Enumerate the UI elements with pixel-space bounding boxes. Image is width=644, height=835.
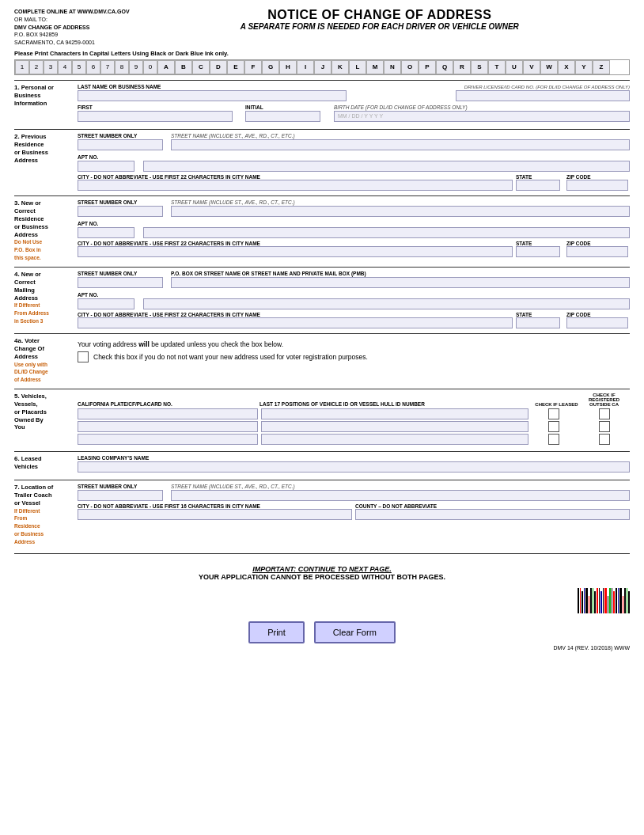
- s3-streetnum-label: STREET NUMBER ONLY: [78, 199, 165, 205]
- s3-state-input[interactable]: [516, 246, 560, 257]
- section-1: 1. Personal orBusinessInformation LAST N…: [14, 80, 630, 127]
- alphabet-row: 1 2 3 4 5 6 7 8 9 0 A B C D E F G H I J …: [14, 59, 630, 75]
- alpha-D: D: [210, 60, 227, 74]
- s6-company-input[interactable]: [78, 461, 630, 473]
- alpha-H: H: [279, 60, 297, 74]
- s5-plate-2[interactable]: [78, 421, 258, 432]
- s2-zip-input[interactable]: [566, 180, 628, 191]
- s5-vin-2[interactable]: [261, 421, 528, 432]
- s1-birth-placeholder: MM / DD / Y Y Y Y: [338, 113, 383, 119]
- s1-lastname-input[interactable]: [78, 90, 347, 101]
- print-notice: Please Print Characters In Capital Lette…: [14, 50, 630, 57]
- s7-orange: If DifferentFromResidenceor BusinessAddr…: [14, 508, 44, 545]
- s4-apt-extra-input[interactable]: [143, 298, 630, 309]
- s4a-orange: Use only withDL/ID Changeof Address: [14, 362, 48, 383]
- clear-form-button[interactable]: Clear Form: [314, 621, 396, 643]
- s4a-num: 4a.: [14, 337, 23, 344]
- s4-apt-input[interactable]: [78, 298, 134, 309]
- s5-num: 5.: [14, 393, 20, 400]
- s3-num: 3.: [14, 199, 20, 207]
- s4-orange: If DifferentFrom Addressin Section 3: [14, 302, 49, 324]
- num-1: 1: [15, 60, 29, 74]
- alpha-N: N: [384, 60, 401, 74]
- num-3: 3: [44, 60, 58, 74]
- s5-leased-label: CHECK IF LEASED: [535, 402, 578, 407]
- s4-streetnum-input[interactable]: [78, 277, 163, 288]
- s3-streetnum-input[interactable]: [78, 206, 163, 217]
- s5-leased-1[interactable]: [548, 408, 559, 419]
- s4a-check-text: Check this box if you do not not want yo…: [93, 353, 368, 361]
- s4-city-input[interactable]: [78, 317, 513, 328]
- s2-city-input[interactable]: [78, 180, 513, 191]
- num-7: 7: [100, 60, 115, 74]
- s2-streetnum-input[interactable]: [78, 139, 163, 150]
- s3-state-label: STATE: [516, 241, 563, 246]
- s4-streetname-input[interactable]: [171, 277, 630, 288]
- num-6: 6: [86, 60, 100, 74]
- s2-streetnum-label: STREET NUMBER ONLY: [78, 133, 165, 139]
- alpha-T: T: [488, 60, 506, 74]
- s3-zip-input[interactable]: [566, 246, 628, 257]
- footer-line2: YOUR APPLICATION CANNOT BE PROCESSED WIT…: [14, 573, 630, 581]
- s3-orange: Do Not UseP.O. Box inthis space.: [14, 239, 42, 260]
- s5-plate-3[interactable]: [78, 434, 258, 445]
- s3-city-input[interactable]: [78, 246, 513, 257]
- s5-registered-2[interactable]: [599, 421, 610, 432]
- mail-city: SACRAMENTO, CA 94259-0001: [14, 39, 130, 47]
- num-9: 9: [129, 60, 143, 74]
- s1-initial-input[interactable]: [245, 111, 320, 122]
- num-8: 8: [115, 60, 129, 74]
- s4-streetname-label: P.O. BOX OR STREET NAME OR STREET NAME A…: [171, 271, 630, 276]
- s2-streetname-input[interactable]: [171, 139, 630, 150]
- s3-streetname-input[interactable]: [171, 206, 630, 217]
- s4-state-input[interactable]: [516, 317, 560, 328]
- section-4a: 4a. VoterChange OfAddress Use only withD…: [14, 333, 630, 387]
- alpha-V: V: [523, 60, 540, 74]
- s1-first-input[interactable]: [78, 111, 233, 122]
- s7-city-label: CITY - DO NOT ABBREVIATE - USE FIRST 16 …: [78, 503, 352, 509]
- s5-plate-1[interactable]: [78, 408, 258, 419]
- s5-leased-3[interactable]: [548, 434, 559, 445]
- alpha-F: F: [244, 60, 262, 74]
- s5-registered-1[interactable]: [599, 408, 610, 419]
- footer-important: IMPORTANT: CONTINUE TO NEXT PAGE. YOUR A…: [14, 565, 630, 581]
- mail-dept: DMV CHANGE OF ADDRESS: [14, 24, 130, 32]
- s2-apt-input[interactable]: [78, 161, 134, 172]
- s3-apt-extra-input[interactable]: [143, 227, 630, 238]
- alpha-G: G: [262, 60, 279, 74]
- s1-dl-input[interactable]: [456, 90, 630, 101]
- s5-registered-label: CHECK IF REGISTERED OUTSIDE CA: [578, 393, 630, 407]
- dmv-footer: DMV 14 (REV. 10/2018) WWW: [14, 645, 630, 651]
- s3-zip-label: ZIP CODE: [566, 241, 630, 246]
- s4-zip-label: ZIP CODE: [566, 312, 630, 317]
- mail-pobox: P.O. BOX 942859: [14, 31, 130, 39]
- s3-apt-label: APT NO.: [78, 221, 137, 226]
- s6-num: 6.: [14, 455, 20, 462]
- s5-vin-3[interactable]: [261, 434, 528, 445]
- print-button[interactable]: Print: [248, 621, 305, 643]
- s5-registered-3[interactable]: [599, 434, 610, 445]
- alpha-L: L: [349, 60, 366, 74]
- voter-checkbox[interactable]: [78, 351, 89, 362]
- s4-num: 4.: [14, 271, 20, 278]
- s5-vin-1[interactable]: [261, 408, 528, 419]
- num-2: 2: [29, 60, 44, 74]
- s4a-voter-text: Your voting address will be updated unle…: [78, 340, 630, 348]
- section-5: 5. Vehicles,Vessels,or PlacardsOwned ByY…: [14, 389, 630, 450]
- s3-apt-input[interactable]: [78, 227, 134, 238]
- s4-apt-label: APT NO.: [78, 292, 137, 298]
- alpha-P: P: [419, 60, 436, 74]
- s7-streetname-input[interactable]: [171, 490, 630, 501]
- alpha-E: E: [227, 60, 244, 74]
- s2-apt-extra-input[interactable]: [143, 161, 630, 172]
- s7-county-input[interactable]: [355, 509, 630, 520]
- s5-vin-label: LAST 17 POSITIONS OF VEHICLE ID OR VESSE…: [259, 401, 535, 407]
- s5-leased-2[interactable]: [548, 421, 559, 432]
- s2-state-input[interactable]: [516, 180, 560, 191]
- s1-lastname-label: LAST NAME OR BUSINESS NAME: [78, 84, 453, 89]
- s7-title: Location ofTrailer Coachor Vessel: [14, 484, 53, 507]
- s7-streetnum-input[interactable]: [78, 490, 163, 501]
- s7-city-input[interactable]: [78, 509, 352, 520]
- page-title: NOTICE OF CHANGE OF ADDRESS: [138, 8, 622, 22]
- s4-zip-input[interactable]: [566, 317, 628, 328]
